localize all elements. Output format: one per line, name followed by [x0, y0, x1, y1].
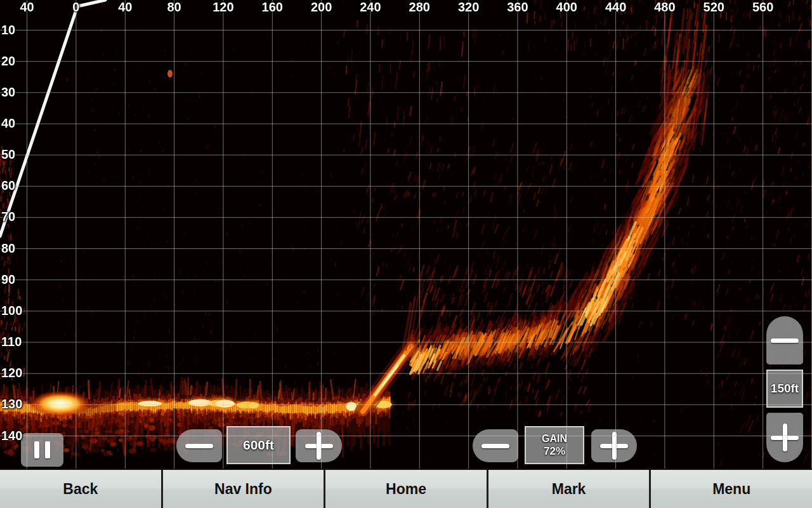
bottom-nav-bar: BackNav InfoHomeMarkMenu — [0, 469, 812, 508]
nav-button-menu[interactable]: Menu — [649, 470, 812, 508]
nav-button-back[interactable]: Back — [0, 470, 161, 508]
depth-zoom-out-button[interactable] — [766, 316, 803, 364]
gain-label: GAIN — [542, 433, 567, 444]
gain-value-box[interactable]: GAIN 72% — [525, 426, 584, 464]
range-value-box[interactable]: 600ft — [226, 426, 291, 464]
minus-icon — [185, 444, 213, 448]
pause-button[interactable] — [21, 433, 63, 467]
nav-button-mark[interactable]: Mark — [487, 470, 650, 508]
range-value: 600ft — [243, 438, 274, 453]
gain-value: 72% — [544, 445, 565, 458]
range-increase-button[interactable] — [296, 429, 342, 462]
sonar-display[interactable] — [0, 0, 812, 469]
minus-icon — [771, 338, 799, 343]
pause-icon — [34, 441, 50, 458]
range-decrease-button[interactable] — [176, 429, 222, 462]
plus-icon — [600, 432, 628, 460]
depth-zoom-value: 150ft — [771, 382, 799, 396]
plus-icon — [305, 432, 333, 460]
depth-zoom-value-box[interactable]: 150ft — [766, 370, 803, 408]
sonar-app-screen: 4004080120160200240280320360400440480520… — [0, 0, 812, 508]
nav-button-home[interactable]: Home — [324, 470, 487, 508]
gain-decrease-button[interactable] — [473, 429, 518, 462]
depth-zoom-in-button[interactable] — [766, 413, 803, 462]
minus-icon — [481, 444, 509, 448]
plus-icon — [771, 424, 799, 451]
nav-button-nav-info[interactable]: Nav Info — [161, 470, 324, 508]
gain-increase-button[interactable] — [591, 429, 637, 462]
